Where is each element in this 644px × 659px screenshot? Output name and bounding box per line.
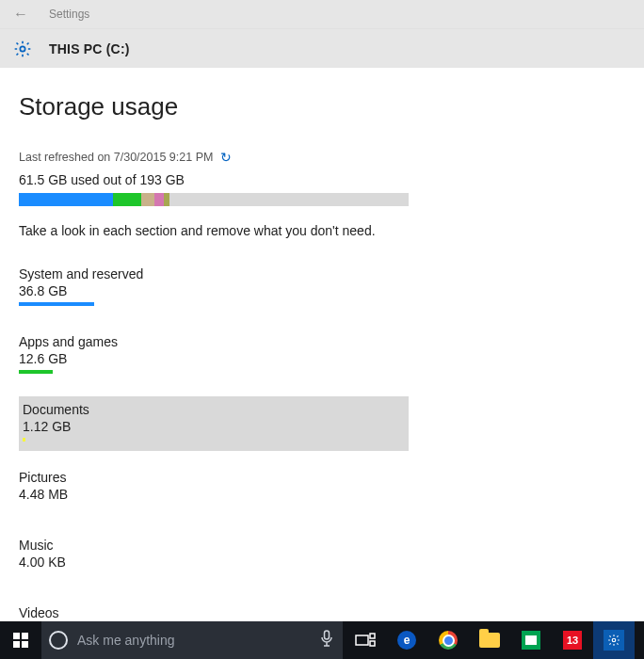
svg-rect-3 (370, 634, 375, 638)
category-label: Apps and games (19, 334, 409, 349)
overall-usage-bar (19, 193, 409, 206)
header-top: ← Settings (0, 0, 644, 28)
chrome-icon (439, 631, 458, 650)
category-label: System and reserved (19, 266, 409, 281)
taskbar-chrome[interactable] (427, 621, 469, 659)
svg-rect-1 (325, 631, 330, 639)
task-view-button[interactable] (345, 621, 386, 659)
bar-segment-system (19, 193, 113, 206)
microphone-icon[interactable] (320, 630, 333, 651)
page-title: Storage usage (19, 92, 452, 121)
category-bar (23, 438, 25, 442)
cortana-search[interactable]: Ask me anything (41, 621, 343, 659)
used-summary: 61.5 GB used out of 193 GB (19, 172, 452, 187)
refresh-row: Last refreshed on 7/30/2015 9:21 PM ↻ (19, 150, 452, 165)
svg-point-0 (20, 46, 24, 51)
taskbar-file-explorer[interactable] (469, 621, 510, 659)
category-size: 12.6 GB (19, 351, 409, 366)
last-refreshed-text: Last refreshed on 7/30/2015 9:21 PM (19, 151, 213, 164)
bar-segment-other2 (154, 193, 164, 206)
cortana-icon (49, 631, 68, 650)
svg-rect-2 (356, 635, 368, 645)
bar-segment-other1 (141, 193, 154, 206)
categories-list: System and reserved36.8 GBApps and games… (19, 261, 452, 659)
svg-point-5 (612, 638, 616, 642)
bar-segment-apps (113, 193, 141, 206)
refresh-icon[interactable]: ↻ (220, 150, 232, 165)
header-sub: THIS PC (C:) (0, 28, 644, 68)
category-size: 4.00 KB (19, 555, 409, 570)
category-item[interactable]: System and reserved36.8 GB (19, 261, 409, 315)
gear-icon (13, 40, 32, 58)
settings-breadcrumb[interactable]: Settings (49, 8, 89, 21)
windows-logo-icon (13, 633, 28, 648)
category-label: Videos (19, 605, 409, 620)
taskbar-store[interactable] (510, 621, 552, 659)
task-icons: e 13 (345, 621, 635, 659)
category-size: 36.8 GB (19, 283, 409, 298)
category-label: Documents (23, 402, 405, 417)
taskbar: Ask me anything e 13 (0, 621, 644, 659)
taskbar-calendar[interactable]: 13 (552, 621, 593, 659)
category-label: Music (19, 538, 409, 553)
folder-icon (479, 633, 500, 648)
store-icon (522, 631, 540, 650)
calendar-icon: 13 (563, 631, 582, 650)
category-bar (19, 370, 53, 374)
category-item[interactable]: Pictures4.48 MB (19, 464, 409, 519)
category-size: 4.48 MB (19, 487, 409, 502)
edge-icon: e (397, 631, 416, 650)
category-item[interactable]: Apps and games12.6 GB (19, 329, 409, 383)
category-bar (19, 302, 94, 306)
svg-rect-4 (370, 641, 375, 646)
helper-text: Take a look in each section and remove w… (19, 223, 452, 238)
category-item[interactable]: Music4.00 KB (19, 532, 409, 587)
drive-title: THIS PC (C:) (49, 41, 130, 56)
taskbar-settings[interactable] (593, 621, 635, 659)
back-arrow-icon[interactable]: ← (13, 7, 28, 22)
start-button[interactable] (0, 621, 41, 659)
bar-segment-other3 (164, 193, 169, 206)
search-placeholder: Ask me anything (77, 633, 175, 648)
category-label: Pictures (19, 470, 409, 485)
settings-icon (604, 630, 624, 651)
category-size: 1.12 GB (23, 419, 405, 434)
content: Storage usage Last refreshed on 7/30/201… (0, 68, 471, 659)
taskbar-edge[interactable]: e (386, 621, 427, 659)
category-item[interactable]: Documents1.12 GB (19, 396, 409, 451)
